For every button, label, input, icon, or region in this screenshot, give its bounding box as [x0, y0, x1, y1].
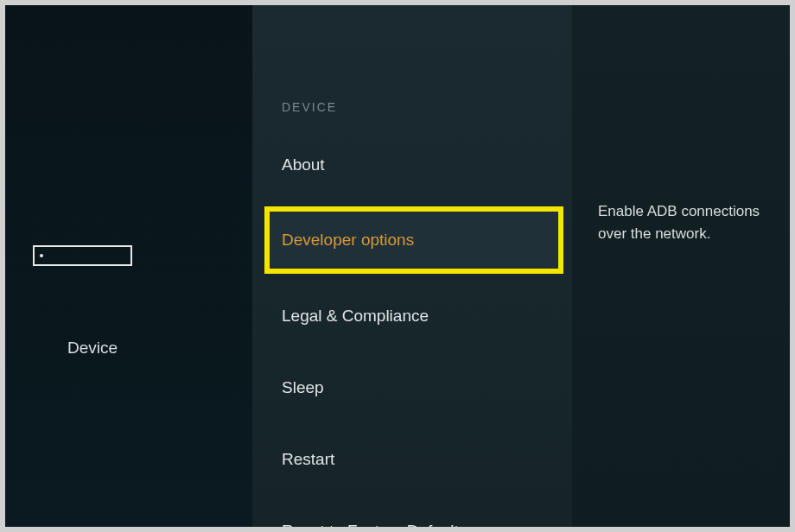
menu-item-legal-compliance[interactable]: Legal & Compliance	[278, 291, 555, 341]
sidebar-panel: Device	[5, 5, 252, 527]
section-header: DEVICE	[282, 100, 555, 114]
sidebar-current-category: Device	[67, 339, 118, 358]
menu-item-sleep[interactable]: Sleep	[278, 363, 555, 413]
menu-item-about[interactable]: About	[278, 140, 555, 190]
menu-panel: DEVICE About Developer options Legal & C…	[252, 5, 572, 527]
menu-item-developer-options[interactable]: Developer options	[264, 206, 563, 274]
detail-description: Enable ADB connections over the network.	[598, 200, 764, 244]
search-input[interactable]	[33, 245, 132, 266]
menu-item-restart[interactable]: Restart	[278, 434, 555, 484]
detail-panel: Enable ADB connections over the network.	[572, 5, 790, 527]
settings-screen: Device DEVICE About Developer options Le…	[5, 5, 790, 527]
cursor-dot-icon	[40, 254, 43, 257]
menu-item-reset-factory-defaults[interactable]: Reset to Factory Defaults	[278, 506, 555, 527]
